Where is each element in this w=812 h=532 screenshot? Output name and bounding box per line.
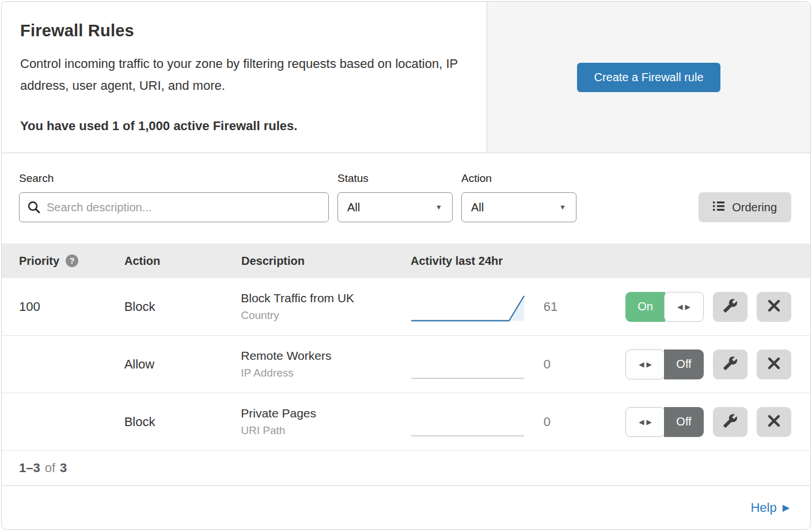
chevron-down-icon: ▼ — [435, 203, 442, 211]
toggle-off-label: Off — [664, 407, 704, 437]
rule-match-type: URI Path — [241, 424, 409, 437]
ordering-button-label: Ordering — [732, 201, 777, 214]
action-column-header: Action — [124, 254, 241, 268]
wrench-icon — [723, 413, 738, 430]
toggle-handle-icon: ◀▶ — [625, 407, 665, 437]
close-icon — [767, 356, 781, 372]
rule-action: Block — [124, 415, 241, 430]
status-filter-group: Status All ▼ — [337, 172, 453, 222]
search-input[interactable] — [19, 192, 329, 222]
close-icon — [767, 414, 781, 430]
search-icon — [27, 200, 41, 214]
ordered-list-icon — [713, 201, 724, 214]
activity-sparkline — [410, 405, 528, 439]
firewall-rules-card: Firewall Rules Control incoming traffic … — [1, 1, 811, 530]
header-action-panel: Create a Firewall rule — [487, 2, 810, 153]
pagination-range: 1–3 — [19, 461, 40, 476]
rule-match-type: Country — [241, 309, 409, 322]
search-label: Search — [19, 172, 329, 185]
rule-action: Block — [124, 299, 241, 314]
page-description: Control incoming traffic to your zone by… — [20, 53, 466, 97]
pagination-total: 3 — [60, 461, 67, 476]
action-select[interactable]: All ▼ — [461, 192, 576, 222]
header-section: Firewall Rules Control incoming traffic … — [2, 2, 810, 153]
activity-count: 61 — [544, 299, 557, 314]
toggle-handle-icon: ◀▶ — [625, 349, 665, 379]
rule-action: Allow — [124, 357, 241, 372]
table-row: Allow Remote Workers IP Address 0 ◀▶ Off — [2, 336, 810, 393]
status-select[interactable]: All ▼ — [337, 192, 453, 222]
rule-priority: 100 — [19, 299, 124, 314]
filter-bar: Search Status All ▼ Action All — [2, 153, 810, 244]
ordering-button[interactable]: Ordering — [699, 192, 791, 222]
search-group: Search — [19, 172, 329, 222]
delete-rule-button[interactable] — [757, 349, 791, 379]
rule-title: Private Pages — [241, 406, 409, 420]
edit-rule-button[interactable] — [713, 407, 748, 437]
wrench-icon — [723, 298, 738, 315]
status-label: Status — [337, 172, 453, 185]
help-bar: Help ▶ — [2, 486, 810, 529]
toggle-on-label: On — [625, 292, 665, 322]
priority-help-icon[interactable]: ? — [66, 254, 78, 267]
pagination-bar: 1–3 of 3 — [2, 451, 810, 486]
activity-column-header: Activity last 24hr — [411, 254, 627, 268]
rule-title: Remote Workers — [241, 349, 409, 363]
table-row: Block Private Pages URI Path 0 ◀▶ Off — [2, 393, 810, 451]
activity-count: 0 — [544, 357, 551, 372]
table-header: Priority ? Action Description Activity l… — [2, 244, 810, 278]
arrow-right-icon: ▶ — [783, 502, 790, 513]
delete-rule-button[interactable] — [757, 292, 791, 322]
pagination-of-label: of — [45, 461, 55, 476]
header-text-panel: Firewall Rules Control incoming traffic … — [2, 2, 487, 153]
table-row: 100 Block Block Traffic from UK Country … — [2, 278, 810, 336]
action-label: Action — [461, 172, 576, 185]
chevron-down-icon: ▼ — [559, 203, 566, 211]
rule-match-type: IP Address — [241, 367, 409, 379]
activity-count: 0 — [544, 415, 551, 430]
help-link-label: Help — [750, 500, 776, 515]
page-title: Firewall Rules — [20, 21, 468, 40]
rule-title: Block Traffic from UK — [241, 291, 409, 305]
toggle-off-label: Off — [664, 349, 704, 379]
edit-rule-button[interactable] — [713, 349, 748, 379]
action-selected-value: All — [471, 201, 484, 214]
create-firewall-rule-button[interactable]: Create a Firewall rule — [577, 63, 720, 92]
status-selected-value: All — [347, 201, 360, 214]
rule-enabled-toggle[interactable]: On ◀▶ — [625, 292, 704, 322]
close-icon — [767, 299, 781, 314]
priority-column-header: Priority — [19, 254, 59, 268]
wrench-icon — [723, 356, 738, 373]
search-box — [19, 192, 329, 222]
action-filter-group: Action All ▼ — [461, 172, 576, 222]
activity-sparkline — [410, 348, 528, 381]
description-column-header: Description — [241, 254, 411, 268]
rule-enabled-toggle[interactable]: ◀▶ Off — [625, 349, 704, 379]
help-link[interactable]: Help ▶ — [750, 500, 790, 515]
toggle-handle-icon: ◀▶ — [664, 292, 704, 322]
delete-rule-button[interactable] — [757, 407, 791, 437]
edit-rule-button[interactable] — [713, 292, 748, 322]
usage-note: You have used 1 of 1,000 active Firewall… — [20, 119, 468, 134]
rule-enabled-toggle[interactable]: ◀▶ Off — [625, 407, 704, 437]
activity-sparkline — [410, 290, 528, 324]
